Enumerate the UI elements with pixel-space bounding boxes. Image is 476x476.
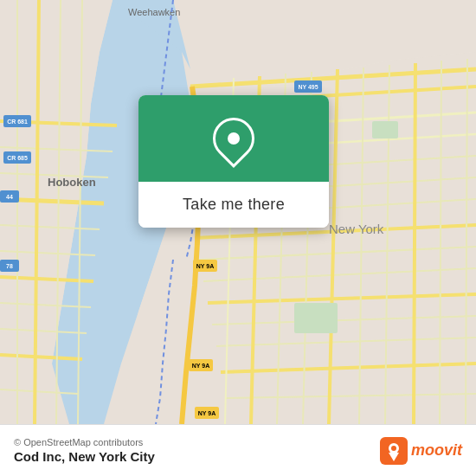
osm-attribution: © OpenStreetMap contributors: [14, 437, 155, 447]
svg-rect-65: [372, 121, 398, 138]
svg-rect-66: [294, 303, 338, 333]
moovit-text: moovit: [411, 441, 462, 460]
moovit-logo[interactable]: moovit: [380, 437, 462, 465]
popup-card: Take me there: [138, 95, 329, 228]
svg-text:78: 78: [6, 263, 13, 269]
location-name: Cod Inc, New York City: [14, 449, 155, 464]
svg-text:NY 9A: NY 9A: [196, 263, 215, 269]
take-me-there-button[interactable]: Take me there: [138, 182, 329, 228]
bottom-left: © OpenStreetMap contributors Cod Inc, Ne…: [14, 437, 155, 464]
svg-text:New York: New York: [329, 222, 384, 236]
svg-text:Hoboken: Hoboken: [48, 176, 96, 189]
svg-text:NY 9A: NY 9A: [198, 410, 216, 416]
svg-text:CR 685: CR 685: [7, 155, 28, 161]
svg-point-70: [391, 446, 396, 451]
svg-text:44: 44: [6, 194, 13, 200]
svg-text:NY 9A: NY 9A: [192, 363, 210, 369]
map-container[interactable]: NY 9A NY 9A NY 9A NY 495 CR 681 CR 685 4…: [0, 0, 476, 424]
svg-line-27: [414, 63, 415, 424]
popup-green-section: [138, 95, 329, 182]
moovit-icon: [380, 437, 408, 465]
bottom-bar: © OpenStreetMap contributors Cod Inc, Ne…: [0, 424, 476, 476]
svg-text:CR 681: CR 681: [7, 119, 28, 125]
location-pin-icon: [204, 109, 263, 168]
svg-text:NY 495: NY 495: [298, 84, 318, 90]
